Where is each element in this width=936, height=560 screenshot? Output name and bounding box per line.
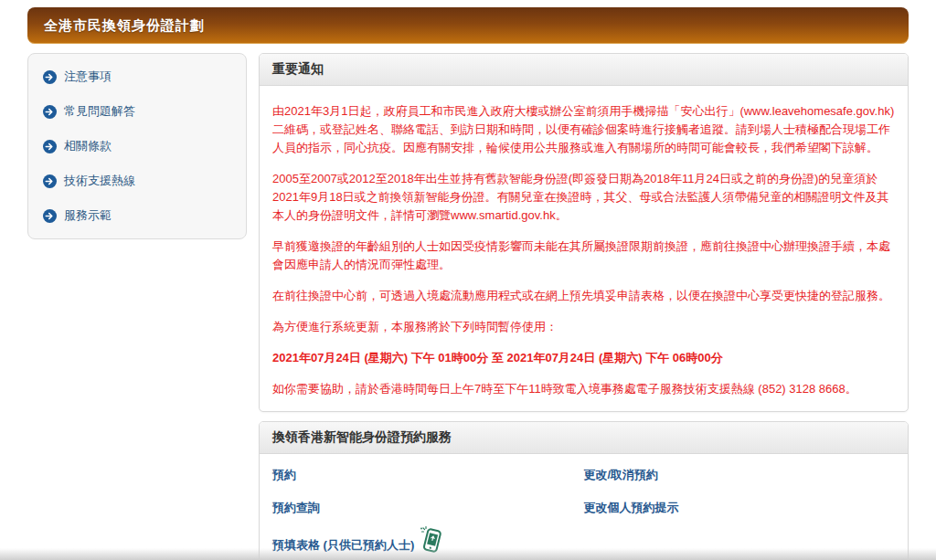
sidebar-item-faq[interactable]: 常見問題解答 <box>41 94 233 129</box>
notice-paragraph: 由2021年3月1日起，政府員工和市民進入政府大樓或辦公室前須用手機掃描「安心出… <box>272 102 895 157</box>
arrow-right-circle-icon <box>43 209 57 223</box>
link-label: 預約查詢 <box>272 500 320 516</box>
link-label: 更改個人預約提示 <box>584 500 679 516</box>
important-notice-body: 由2021年3月1日起，政府員工和市民進入政府大樓或辦公室前須用手機掃描「安心出… <box>260 86 908 411</box>
sidebar-item-label: 常見問題解答 <box>64 103 135 120</box>
page-bottom-shadow <box>0 548 936 560</box>
booking-services-box: 換領香港新智能身份證預約服務 預約 更改/取消預約 預約查詢 更改個人預約提示 <box>259 421 909 560</box>
sidebar-item-label: 服務示範 <box>64 207 112 224</box>
notice-paragraph: 如你需要協助，請於香港時間每日上午7時至下午11時致電入境事務處電子服務技術支援… <box>272 380 895 398</box>
important-notice-header: 重要通知 <box>260 54 908 86</box>
link-label: 預約 <box>272 467 296 483</box>
notice-paragraph: 在前往換證中心前，可透過入境處流動應用程式或在網上預先填妥申請表格，以便在換證中… <box>272 287 895 305</box>
important-notice-box: 重要通知 由2021年3月1日起，政府員工和市民進入政府大樓或辦公室前須用手機掃… <box>259 53 909 412</box>
page-title: 全港市民換領身份證計劃 <box>44 17 205 35</box>
sidebar-item-demo[interactable]: 服務示範 <box>41 198 233 233</box>
sidebar-item-label: 相關條款 <box>64 138 112 154</box>
sidebar-item-terms[interactable]: 相關條款 <box>41 129 233 164</box>
notice-paragraph: 2005至2007或2012至2018年出生並持有舊款智能身份證(即簽發日期為2… <box>272 170 895 225</box>
sidebar-item-support-hotline[interactable]: 技術支援熱線 <box>41 164 233 198</box>
notice-paragraph: 早前獲邀換證的年齡組別的人士如因受疫情影響而未能在其所屬換證限期前換證，應前往換… <box>272 238 895 274</box>
notice-suspension-period: 2021年07月24日 (星期六) 下午 01時00分 至 2021年07月24… <box>272 349 895 367</box>
link-change-personal-reminder[interactable]: 更改個人預約提示 <box>584 500 679 516</box>
link-make-booking[interactable]: 預約 <box>272 467 296 483</box>
notice-paragraph: 為方便進行系統更新，本服務將於下列時間暫停使用： <box>272 318 895 336</box>
arrow-right-circle-icon <box>43 105 57 119</box>
page-title-bar: 全港市民換領身份證計劃 <box>27 7 909 44</box>
sidebar-item-points-to-note[interactable]: 注意事項 <box>41 59 233 94</box>
arrow-right-circle-icon <box>43 140 57 153</box>
arrow-right-circle-icon <box>43 70 57 84</box>
sidebar: 注意事項 常見問題解答 相關條款 技術支援熱線 服務示範 <box>27 53 247 239</box>
arrow-right-circle-icon <box>43 174 57 188</box>
link-change-cancel-booking[interactable]: 更改/取消預約 <box>584 467 659 483</box>
main-layout: 注意事項 常見問題解答 相關條款 技術支援熱線 服務示範 重 <box>27 53 909 560</box>
sidebar-item-label: 注意事項 <box>64 69 112 85</box>
main-content: 重要通知 由2021年3月1日起，政府員工和市民進入政府大樓或辦公室前須用手機掃… <box>259 53 909 560</box>
booking-services-header: 換領香港新智能身份證預約服務 <box>260 422 908 454</box>
link-label: 更改/取消預約 <box>584 467 659 483</box>
page: 全港市民換領身份證計劃 注意事項 常見問題解答 相關條款 技術支援熱線 <box>0 0 936 560</box>
link-enquire-booking[interactable]: 預約查詢 <box>272 500 320 516</box>
sidebar-item-label: 技術支援熱線 <box>64 173 135 189</box>
booking-links: 預約 更改/取消預約 預約查詢 更改個人預約提示 預填表格 (只供已預約人士) <box>260 454 908 560</box>
